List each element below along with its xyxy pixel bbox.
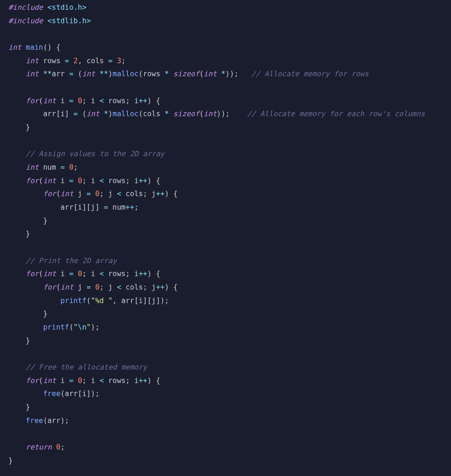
token-pun bbox=[65, 377, 69, 385]
token-pun bbox=[169, 70, 173, 78]
token-call: printf bbox=[60, 297, 86, 305]
code-line: printf("%d ", arr[i][j]); bbox=[8, 297, 169, 305]
token-id: rows bbox=[143, 70, 160, 78]
token-pun bbox=[8, 323, 43, 331]
token-type: int bbox=[43, 270, 56, 278]
code-line: } bbox=[8, 217, 47, 225]
token-pun bbox=[73, 190, 78, 198]
token-pun bbox=[8, 190, 43, 198]
token-id: j bbox=[78, 283, 82, 291]
token-pun: )); bbox=[226, 70, 252, 78]
token-op: = bbox=[69, 97, 73, 105]
token-pun bbox=[91, 283, 95, 291]
token-op: ++ bbox=[156, 283, 165, 291]
token-pun bbox=[8, 363, 26, 371]
token-op: = bbox=[65, 57, 69, 65]
token-pun: ][ bbox=[82, 203, 91, 212]
token-id: i bbox=[60, 377, 65, 385]
token-call: free bbox=[43, 390, 60, 398]
token-op: ** bbox=[43, 70, 52, 78]
token-pun: ( bbox=[39, 377, 43, 385]
token-id: num bbox=[43, 163, 56, 172]
token-num: 3 bbox=[117, 57, 121, 65]
code-line: } bbox=[8, 456, 13, 465]
token-pun: ]); bbox=[86, 390, 99, 398]
token-id: arr bbox=[47, 416, 60, 425]
token-num: 2 bbox=[73, 57, 78, 65]
token-pun bbox=[65, 163, 69, 172]
token-pun: } bbox=[8, 123, 30, 132]
token-pun: [ bbox=[78, 390, 82, 398]
token-pun bbox=[104, 177, 108, 185]
token-op: ++ bbox=[139, 377, 147, 385]
token-call: malloc bbox=[113, 70, 139, 78]
code-line: // Free the allocated memory bbox=[8, 363, 147, 371]
token-id: cols bbox=[86, 57, 104, 65]
code-line: int num = 0; bbox=[8, 163, 78, 172]
token-pun: ) { bbox=[147, 377, 160, 385]
token-id: i bbox=[91, 377, 95, 385]
token-num: 0 bbox=[78, 377, 82, 385]
token-pun bbox=[65, 97, 69, 105]
token-id: i bbox=[134, 177, 139, 185]
token-pun: ; bbox=[60, 443, 65, 451]
token-pun: )); bbox=[217, 110, 247, 118]
token-fn: main bbox=[26, 43, 43, 52]
token-pun: ; bbox=[82, 270, 91, 278]
token-pun: ( bbox=[39, 177, 43, 185]
token-pun bbox=[95, 177, 99, 185]
token-pun: } bbox=[8, 337, 30, 345]
token-pun: ( bbox=[56, 283, 60, 291]
token-pun: ) { bbox=[147, 177, 160, 185]
token-inc: #include bbox=[8, 17, 43, 25]
token-pun: ; bbox=[126, 270, 134, 278]
token-kw: for bbox=[26, 270, 39, 278]
token-pun: ( bbox=[69, 323, 73, 331]
token-pun: ) bbox=[108, 70, 113, 78]
token-str: "%d " bbox=[91, 297, 113, 305]
token-type: int bbox=[43, 97, 56, 105]
token-op: = bbox=[86, 283, 91, 291]
token-op: = bbox=[104, 203, 108, 212]
token-kw: sizeof bbox=[173, 110, 199, 118]
token-id: cols bbox=[126, 283, 143, 291]
token-pun: ] bbox=[95, 203, 104, 212]
token-pun: ] bbox=[65, 110, 73, 118]
token-op: ++ bbox=[139, 270, 147, 278]
token-id: num bbox=[113, 203, 126, 212]
token-pun bbox=[8, 150, 26, 158]
code-line: int main() { bbox=[8, 43, 60, 52]
token-op: * bbox=[221, 70, 225, 78]
token-id: j bbox=[91, 203, 95, 212]
token-id: i bbox=[134, 97, 139, 105]
token-type: int bbox=[26, 57, 39, 65]
token-pun: ( bbox=[39, 270, 43, 278]
token-pun: ; bbox=[99, 190, 108, 198]
token-str: " bbox=[73, 323, 78, 331]
token-pun bbox=[52, 443, 56, 451]
token-pun: ; bbox=[82, 377, 91, 385]
token-pun bbox=[8, 97, 26, 105]
token-pun bbox=[73, 270, 78, 278]
token-pun bbox=[121, 190, 126, 198]
token-pun bbox=[56, 163, 60, 172]
token-pun: ( bbox=[43, 416, 47, 425]
code-line: arr[i] = (int *)malloc(cols * sizeof(int… bbox=[8, 110, 425, 118]
token-op: ++ bbox=[139, 97, 147, 105]
token-num: 0 bbox=[78, 177, 82, 185]
token-id: rows bbox=[108, 177, 126, 185]
token-pun: ; bbox=[126, 177, 134, 185]
token-id: i bbox=[134, 377, 139, 385]
token-pun bbox=[82, 190, 86, 198]
token-type: int bbox=[26, 163, 39, 172]
token-type: int bbox=[43, 177, 56, 185]
token-pun bbox=[95, 97, 99, 105]
code-line: free(arr[i]); bbox=[8, 390, 99, 398]
token-kw: for bbox=[26, 97, 39, 105]
token-op: ** bbox=[99, 70, 108, 78]
token-pun: [ bbox=[134, 297, 139, 305]
token-pun bbox=[8, 57, 26, 65]
token-op: * bbox=[104, 110, 108, 118]
token-id: i bbox=[78, 203, 82, 212]
token-id: i bbox=[91, 177, 95, 185]
